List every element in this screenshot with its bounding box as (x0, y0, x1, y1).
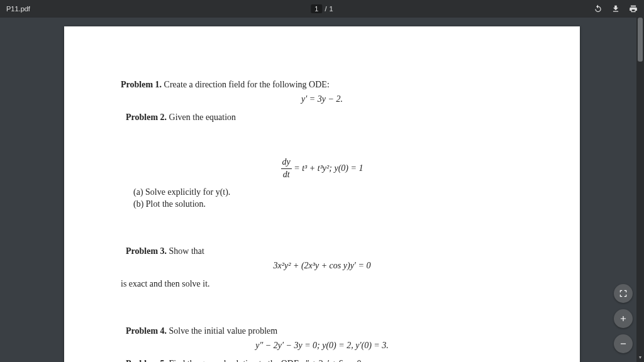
download-icon[interactable] (611, 4, 620, 13)
pdf-toolbar: P11.pdf 1 / 1 (0, 0, 644, 18)
zoom-controls (614, 284, 633, 353)
print-icon[interactable] (629, 4, 638, 13)
problem-3-tail: is exact and then solve it. (121, 278, 523, 290)
file-name: P11.pdf (6, 5, 30, 13)
problem-4: Problem 4. Solve the initial value probl… (126, 326, 523, 337)
problem-2a: (a) Solve explicitly for y(t). (133, 187, 523, 199)
page-current[interactable]: 1 (311, 4, 322, 13)
problem-4-eq: y″ − 2y′ − 3y = 0; y(0) = 2, y′(0) = 3. (121, 340, 523, 352)
fit-page-button[interactable] (614, 284, 633, 303)
problem-3-eq: 3x²y² + (2x³y + cos y)y′ = 0 (121, 260, 523, 272)
page-sep: / (325, 5, 326, 13)
zoom-in-button[interactable] (614, 309, 633, 328)
page-total: 1 (330, 5, 333, 13)
scroll-thumb[interactable] (638, 18, 643, 62)
problem-2b: (b) Plot the solution. (133, 199, 523, 211)
pdf-viewport[interactable]: Problem 1. Create a direction field for … (0, 18, 644, 362)
problem-3: Problem 3. Show that (126, 246, 523, 258)
problem-2: Problem 2. Given the equation (126, 112, 523, 124)
rotate-icon[interactable] (594, 4, 602, 13)
vertical-scrollbar[interactable]: ▴ ▾ (636, 18, 644, 362)
scroll-down-icon[interactable]: ▾ (636, 354, 644, 362)
pdf-page: Problem 1. Create a direction field for … (64, 26, 580, 362)
problem-5: Problem 5. Find the general solution to … (126, 358, 523, 362)
zoom-out-button[interactable] (614, 334, 633, 353)
problem-1-eq: y′ = 3y − 2. (121, 94, 523, 106)
problem-1: Problem 1. Create a direction field for … (121, 79, 523, 91)
page-indicator: 1 / 1 (311, 4, 333, 13)
problem-2-eq: dydt = t³ + t³y²; y(0) = 1 (121, 156, 523, 181)
